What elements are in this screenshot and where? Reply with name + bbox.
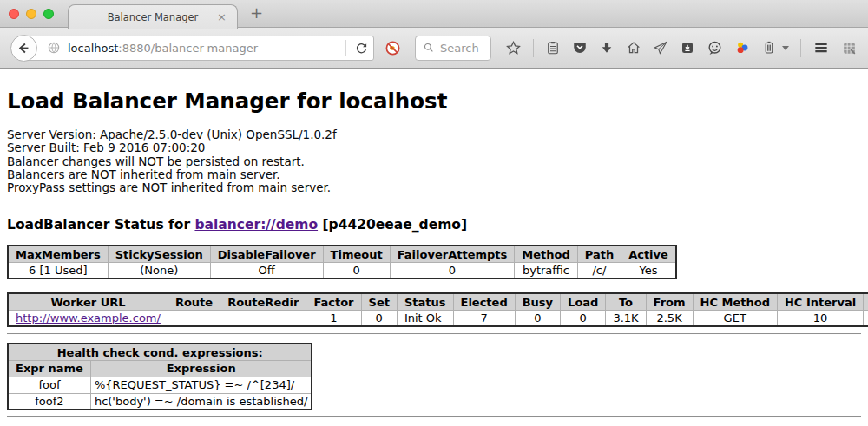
set-cell: 0 <box>361 310 397 326</box>
table-row: 6 [1 Used] (None) Off 0 0 bytraffic /c/ … <box>8 262 676 279</box>
navigation-toolbar: localhost:8880/balancer-manager Search <box>0 28 868 69</box>
health-check-table: Health check cond. expressions: Expr nam… <box>7 343 312 410</box>
smiley-chat-icon[interactable] <box>707 40 723 56</box>
site-identity-icon[interactable] <box>47 41 61 55</box>
colored-dots-icon[interactable] <box>734 40 750 56</box>
disable-failover-cell: Off <box>210 262 323 279</box>
zoom-window-button[interactable] <box>43 9 54 19</box>
reload-icon <box>355 42 368 55</box>
search-placeholder: Search <box>440 42 479 55</box>
column-header: Route <box>168 293 220 310</box>
column-header: Factor <box>306 293 361 310</box>
minimize-window-button[interactable] <box>26 9 36 19</box>
expr-name-cell: foof2 <box>8 393 90 410</box>
bookmark-star-icon[interactable] <box>505 40 522 56</box>
page-title: Load Balancer Manager for localhost <box>7 88 861 114</box>
column-header: DisableFailover <box>210 246 323 262</box>
active-cell: Yes <box>621 262 676 279</box>
server-version-line: Server Version: Apache/2.5.0-dev (Unix) … <box>7 128 861 141</box>
sticky-session-cell: (None) <box>108 262 210 279</box>
tab-bar: Balancer Manager × + <box>0 0 868 28</box>
route-cell <box>168 310 220 326</box>
url-path: :8880/balancer-manager <box>118 42 258 55</box>
toolbar-divider <box>533 39 534 57</box>
section-divider <box>7 333 861 335</box>
worker-url-link[interactable]: http://www.example.com/ <box>16 311 161 324</box>
expression-cell: %{REQUEST_STATUS} =~ /^[234]/ <box>90 377 312 393</box>
column-header: Method <box>515 246 577 262</box>
column-header: HC Method <box>693 293 777 310</box>
back-icon <box>16 41 31 56</box>
browser-window: Balancer Manager × + localhost:8880/bala… <box>0 0 868 418</box>
balancer-settings-table: MaxMembers StickySession DisableFailover… <box>7 245 677 279</box>
column-header: Timeout <box>323 246 390 262</box>
pocket-icon[interactable] <box>572 40 588 56</box>
dropdown-caret-icon[interactable] <box>782 46 789 50</box>
grid-extension-icon[interactable] <box>841 40 858 56</box>
url-group: localhost:8880/balancer-manager <box>10 35 374 62</box>
url-bar[interactable]: localhost:8880/balancer-manager <box>23 36 374 61</box>
notice-line: Balancers are NOT inherited from main se… <box>7 168 861 181</box>
timeout-cell: 0 <box>323 262 390 279</box>
path-cell: /c/ <box>577 262 621 279</box>
column-header: Busy <box>515 293 560 310</box>
container-icon[interactable] <box>761 40 777 56</box>
column-header: Expr name <box>8 360 90 377</box>
from-cell: 2.5K <box>646 310 693 326</box>
notice-line: Balancer changes will NOT be persisted o… <box>7 155 861 168</box>
health-table-title: Health check cond. expressions: <box>8 344 312 360</box>
window-controls <box>9 9 54 19</box>
close-window-button[interactable] <box>9 9 19 19</box>
failover-attempts-cell: 0 <box>390 262 515 279</box>
load-cell: 0 <box>561 310 606 326</box>
elected-cell: 7 <box>453 310 515 326</box>
page-content: Load Balancer Manager for localhost Serv… <box>0 69 868 418</box>
balancer-status-heading: LoadBalancer Status for balancer://demo … <box>7 217 861 233</box>
status-cell: Init Ok <box>397 310 453 326</box>
table-header-row: MaxMembers StickySession DisableFailover… <box>8 246 676 262</box>
factor-cell: 1 <box>306 310 361 326</box>
status-prefix: LoadBalancer Status for <box>7 217 194 233</box>
tab-balancer-manager[interactable]: Balancer Manager × <box>68 4 238 29</box>
status-suffix: [p4420eeae_demo] <box>318 217 467 233</box>
back-button[interactable] <box>10 35 37 62</box>
table-header-row: Expr name Expression <box>8 360 312 377</box>
table-row: foof2 hc('body') =~ /domain is establish… <box>8 393 312 410</box>
plugin-block-icon[interactable] <box>385 40 401 56</box>
passes-cell: 1 (0) <box>864 310 868 326</box>
home-icon[interactable] <box>626 40 641 56</box>
table-title-row: Health check cond. expressions: <box>8 344 312 360</box>
menu-icon[interactable] <box>812 39 830 56</box>
server-built-line: Server Built: Feb 9 2016 07:00:20 <box>7 141 861 154</box>
reload-button[interactable] <box>350 42 373 55</box>
reading-list-icon[interactable] <box>545 40 561 56</box>
method-cell: bytraffic <box>515 262 577 279</box>
column-header: HC Interval <box>777 293 863 310</box>
toolbar-divider <box>800 39 801 57</box>
busy-cell: 0 <box>515 310 560 326</box>
column-header: Expression <box>90 360 312 377</box>
send-icon[interactable] <box>653 40 668 56</box>
balancer-demo-link[interactable]: balancer://demo <box>194 217 318 233</box>
table-header-row: Worker URL Route RouteRedir Factor Set S… <box>8 293 868 310</box>
tab-title: Balancer Manager <box>108 11 199 23</box>
url-bar-divider <box>345 40 346 56</box>
worker-url-cell: http://www.example.com/ <box>8 310 168 326</box>
column-header: Path <box>577 246 621 262</box>
column-header: Worker URL <box>8 293 168 310</box>
hc-interval-cell: 10 <box>777 310 863 326</box>
column-header: Passes <box>864 293 868 310</box>
tab-close-icon[interactable]: × <box>217 10 227 23</box>
search-icon <box>423 42 435 54</box>
downloads-icon[interactable] <box>599 40 615 56</box>
expression-cell: hc('body') =~ /domain is established/ <box>90 393 312 410</box>
column-header: Active <box>621 246 676 262</box>
column-header: StickySession <box>108 246 210 262</box>
new-tab-button[interactable]: + <box>250 3 263 22</box>
search-bar[interactable]: Search <box>415 36 491 61</box>
worker-table: Worker URL Route RouteRedir Factor Set S… <box>7 292 868 327</box>
column-header: Set <box>361 293 397 310</box>
worker-row: http://www.example.com/ 1 0 Init Ok 7 0 … <box>8 310 868 326</box>
video-download-icon[interactable] <box>680 40 695 56</box>
toolbar-buttons <box>505 39 858 57</box>
